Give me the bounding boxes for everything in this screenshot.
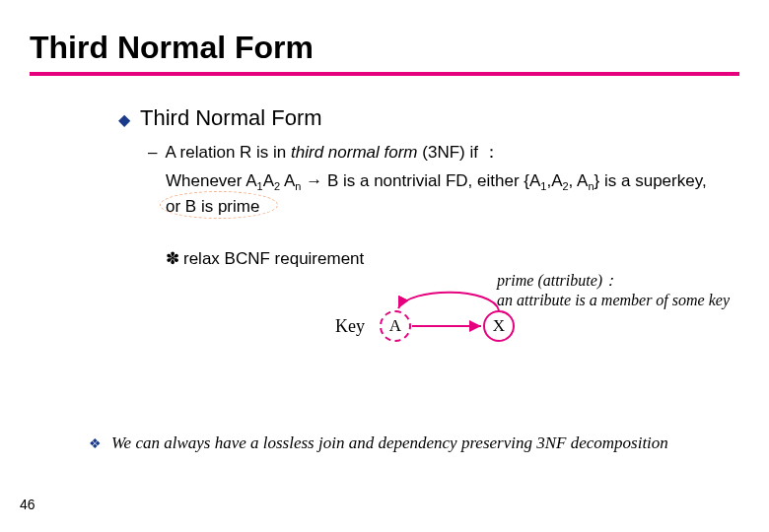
- footer-row: ❖ We can always have a lossless join and…: [89, 433, 668, 453]
- section-heading-row: ◆ Third Normal Form: [118, 105, 739, 131]
- relax-row: ✽ relax BCNF requirement: [118, 248, 739, 269]
- condition-text: Whenever A1A2 An → B is a nontrivial FD,…: [118, 169, 739, 219]
- prime-annotation: prime (attribute)： an attribute is a mem…: [497, 271, 730, 310]
- section-heading: Third Normal Form: [140, 105, 322, 131]
- content-area: ◆ Third Normal Form – A relation R is in…: [30, 105, 739, 358]
- page-number: 46: [20, 497, 35, 512]
- dashed-oval-icon: [160, 191, 278, 219]
- definition-row: – A relation R is in third normal form (…: [118, 141, 739, 164]
- diamond-bullet-icon: ◆: [118, 110, 130, 129]
- definition-text: A relation R is in third normal form (3N…: [165, 141, 499, 164]
- star-bullet-icon: ✽: [166, 248, 179, 269]
- slide-title: Third Normal Form: [30, 30, 739, 66]
- arrow-x-to-a: [398, 292, 499, 309]
- footer-text: We can always have a lossless join and d…: [111, 433, 668, 453]
- slide: Third Normal Form ◆ Third Normal Form – …: [0, 0, 769, 532]
- relax-text: relax BCNF requirement: [183, 249, 364, 269]
- dash-bullet-icon: –: [148, 143, 157, 163]
- title-underline: [30, 72, 739, 76]
- hollow-diamond-icon: ❖: [89, 435, 102, 451]
- prime-highlight: or B is prime: [166, 195, 259, 219]
